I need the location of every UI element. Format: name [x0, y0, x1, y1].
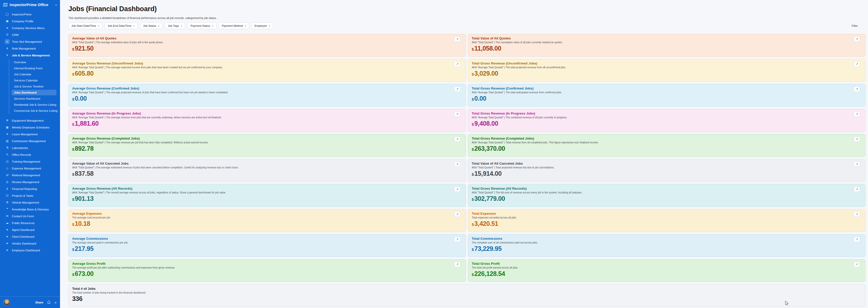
sidebar-item-jobs-dashboard[interactable]: Jobs Dashboard: [9, 90, 58, 96]
card-subtitle: AKA "Average Total Quoted" | The overall…: [72, 191, 462, 194]
card-value: $226,128.54: [472, 270, 862, 277]
paperclip-icon: ✎: [5, 152, 10, 157]
sidebar-item-vendor-dashboard[interactable]: ➤Vendor Dashboard: [3, 240, 58, 247]
filter-chip-job-end-date-time[interactable]: Job End Date/Time∨: [104, 23, 138, 29]
card-value: $217.95: [72, 245, 462, 252]
metric-card-average-gross-revenue-unconfirmed-jobs: Average Gross Revenue (Unconfirmed Jobs)…: [68, 59, 466, 82]
sidebar-item-expense-management[interactable]: ◇Expense Management: [3, 165, 58, 172]
filter-chip-payment-status[interactable]: Payment Status∨: [187, 23, 216, 29]
app-title: InspectorPrime Office: [10, 3, 49, 7]
open-card-button[interactable]: ↗: [854, 62, 860, 67]
sidebar-item-overview[interactable]: Overview: [9, 59, 58, 65]
metric-card-total-gross-revenue-confirmed-jobs: Total Gross Revenue (Confirmed Jobs)AKA …: [468, 84, 865, 107]
card-title: Average Value of All Canceled Jobs: [72, 162, 462, 165]
sidebar-item-agent-dashboard[interactable]: ➤Agent Dashboard: [3, 226, 58, 233]
filter-chip-job-tags[interactable]: Job Tags∨: [165, 23, 185, 29]
card-title: Average Value of All Quotes: [72, 36, 462, 40]
card-title: Total Expenses: [472, 212, 862, 215]
card-value: 336: [72, 295, 862, 302]
sidebar-item-vehicle-management[interactable]: ⚙Vehicle Management: [3, 199, 58, 206]
open-card-button[interactable]: ↗: [454, 111, 460, 117]
open-card-button[interactable]: ↗: [454, 162, 460, 167]
collapse-sidebar-icon[interactable]: «: [55, 301, 57, 304]
sidebar-item-services-calendar[interactable]: Services Calendar: [9, 77, 58, 83]
open-card-button[interactable]: ↗: [454, 87, 460, 92]
currency-symbol: $: [472, 122, 474, 127]
open-card-button[interactable]: ↗: [454, 36, 460, 42]
sidebar-header[interactable]: InspectorPrime Office ∨: [0, 0, 60, 9]
sidebar-item-inspectorprime[interactable]: ◯InspectorPrime: [3, 11, 58, 18]
open-card-button[interactable]: ↗: [454, 137, 460, 142]
filter-chip-job-start-date-time[interactable]: Job Start Date/Time∨: [68, 23, 102, 29]
currency-symbol: $: [72, 147, 74, 151]
sidebar-item-label: Company Profile: [12, 20, 33, 23]
chevron-down-icon: ∨: [98, 25, 99, 27]
external-link-icon: ↗: [856, 37, 858, 41]
sidebar-item-weekly-employee-schedules[interactable]: ▦Weekly Employee Schedules: [3, 124, 58, 131]
sidebar-item-label: Commercial Job & Service Listing: [14, 109, 58, 112]
open-card-button[interactable]: ↗: [454, 237, 460, 242]
external-link-icon: ↗: [856, 213, 858, 216]
chevron-down-icon[interactable]: ∨: [55, 4, 57, 6]
sidebar-item-training-management[interactable]: ◫Training Management: [3, 158, 58, 165]
open-card-button[interactable]: ↗: [854, 137, 860, 142]
open-card-button[interactable]: ↗: [854, 87, 860, 92]
sidebar-item-office-records[interactable]: ✎Office Records: [3, 151, 58, 158]
filter-chip-label: Job Status: [143, 24, 156, 27]
sidebar-item-leave-management[interactable]: ✈Leave Management: [3, 131, 58, 138]
currency-symbol: $: [472, 222, 474, 227]
open-card-button[interactable]: ↗: [454, 186, 460, 192]
sidebar-item-laboratories[interactable]: ⚗Laboratories: [3, 144, 58, 151]
sidebar-item-review-management[interactable]: ◎Review Management: [3, 178, 58, 185]
metric-card-total-expenses: Total ExpensesTotal expenses recorded ac…: [468, 209, 865, 232]
card-amount: 0.00: [474, 95, 486, 102]
sidebar-item-job-service-management[interactable]: ϟJob & Service Management: [3, 52, 58, 59]
sidebar-item-services-dashboard[interactable]: Services Dashboard: [9, 96, 58, 102]
open-card-button[interactable]: ↗: [854, 212, 860, 217]
sidebar-item-role-management[interactable]: ⋔Role Management: [3, 45, 58, 52]
bell-icon[interactable]: [47, 300, 51, 304]
currency-symbol: $: [72, 122, 74, 127]
bolt-icon: ϟ: [5, 53, 10, 58]
user-avatar[interactable]: [4, 299, 10, 306]
sidebar-item-equipment-management[interactable]: ⚒Equipment Management: [3, 117, 58, 124]
sidebar-item-job-service-timeline[interactable]: Job & Service Timeline: [9, 83, 58, 90]
open-card-button[interactable]: ↗: [854, 262, 860, 267]
card-subtitle: The average cost incurred per job .: [72, 216, 462, 219]
sidebar-item-employee-dashboard[interactable]: ➤Employee Dashboard: [3, 247, 58, 253]
sidebar-item-crm[interactable]: ✆CRM: [3, 31, 58, 38]
open-card-button[interactable]: ↗: [854, 36, 860, 42]
filter-button[interactable]: Filter: [852, 24, 858, 27]
sidebar-item-commission-management[interactable]: ▥Commission Management: [3, 138, 58, 144]
card-value: $9,408.00: [472, 120, 862, 127]
open-card-button[interactable]: ↗: [454, 212, 460, 217]
open-card-button[interactable]: ↗: [854, 162, 860, 167]
sidebar-item-company-profile[interactable]: ▣Company Profile: [3, 18, 58, 25]
sidebar-item-label: CRM: [12, 33, 19, 36]
sidebar-item-knowledge-base-glossary[interactable]: ❞Knowledge Base & Glossary: [3, 206, 58, 213]
open-card-button[interactable]: ↗: [854, 237, 860, 242]
sidebar-item-residential-job-service-listing[interactable]: Residential Job & Service Listing: [9, 102, 58, 108]
sidebar-item-financial-reporting[interactable]: $Financial Reporting: [3, 185, 58, 192]
open-card-button[interactable]: ↗: [454, 262, 460, 267]
quote-icon: ❞: [5, 207, 10, 212]
filter-chip-employee[interactable]: Employee∨: [251, 23, 273, 29]
sidebar-item-referral-management[interactable]: ⇄Referral Management: [3, 172, 58, 178]
sidebar-item-company-services-menu[interactable]: ➤Company Services Menu: [3, 25, 58, 31]
open-card-button[interactable]: ↗: [854, 111, 860, 117]
sidebar-item-commercial-job-service-listing[interactable]: Commercial Job & Service Listing: [9, 108, 58, 114]
sidebar-item-job-calendar[interactable]: Job Calendar: [9, 71, 58, 77]
filter-chip-job-status[interactable]: Job Status∨: [140, 23, 162, 29]
share-button[interactable]: Share: [35, 301, 43, 304]
external-link-icon: ↗: [856, 187, 858, 191]
sidebar-item-contact-us-form[interactable]: ✉Contact Us Form: [3, 213, 58, 219]
open-card-button[interactable]: ↗: [854, 186, 860, 192]
sidebar-item-internal-booking-form[interactable]: Internal Booking Form: [9, 65, 58, 71]
open-card-button[interactable]: ↗: [454, 62, 460, 67]
sidebar-item-time-slot-management[interactable]: ∨Time Slot Management: [3, 38, 58, 45]
sidebar-item-projects-tasks[interactable]: ☑Projects & Tasks: [3, 192, 58, 199]
sidebar-item-client-dashboard[interactable]: ➤Client Dashboard: [3, 233, 58, 240]
sidebar-item-public-resources[interactable]: ☁Public Resources: [3, 219, 58, 226]
filter-chip-payment-method[interactable]: Payment Method∨: [219, 23, 249, 29]
sidebar-item-label: Commission Management: [12, 140, 46, 143]
